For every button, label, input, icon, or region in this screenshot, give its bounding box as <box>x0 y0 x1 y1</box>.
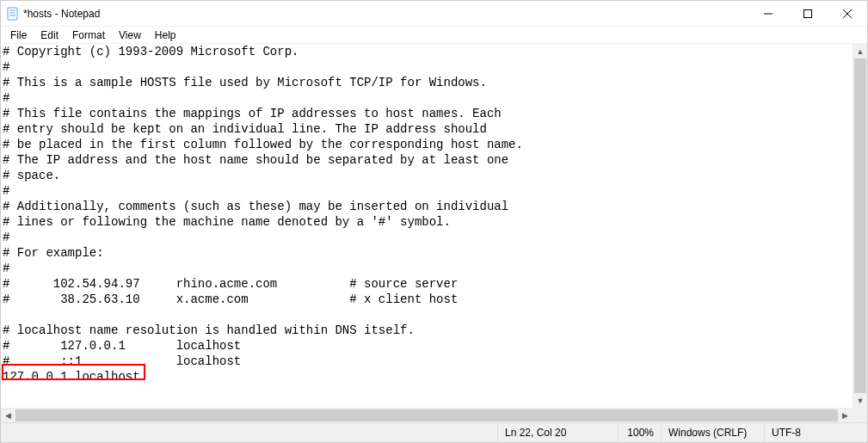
svg-rect-0 <box>8 8 17 20</box>
menu-help[interactable]: Help <box>149 28 182 43</box>
menubar: File Edit Format View Help <box>1 27 867 44</box>
status-position: Ln 22, Col 20 <box>497 423 618 442</box>
window-controls <box>748 1 867 26</box>
window-title: *hosts - Notepad <box>23 8 100 20</box>
svg-rect-5 <box>804 9 812 17</box>
notepad-window: *hosts - Notepad File Edit Format View H… <box>0 0 868 443</box>
vertical-scrollbar[interactable]: ▲ ▼ <box>853 44 867 408</box>
vscroll-track[interactable] <box>853 58 867 393</box>
scroll-left-icon[interactable]: ◀ <box>1 409 15 422</box>
minimize-button[interactable] <box>748 1 788 26</box>
close-button[interactable] <box>828 1 867 26</box>
titlebar: *hosts - Notepad <box>1 1 867 27</box>
notepad-icon <box>6 7 20 21</box>
menu-file[interactable]: File <box>4 28 33 43</box>
text-editor[interactable]: # Copyright (c) 1993-2009 Microsoft Corp… <box>1 44 853 408</box>
statusbar: Ln 22, Col 20 100% Windows (CRLF) UTF-8 <box>1 422 867 442</box>
scroll-down-icon[interactable]: ▼ <box>853 393 867 408</box>
status-encoding: UTF-8 <box>764 423 867 442</box>
status-spacer <box>1 423 497 442</box>
scroll-right-icon[interactable]: ▶ <box>838 409 853 422</box>
menu-edit[interactable]: Edit <box>34 28 65 43</box>
vscroll-thumb[interactable] <box>854 58 866 393</box>
maximize-button[interactable] <box>788 1 828 26</box>
status-line-ending: Windows (CRLF) <box>661 423 764 442</box>
horizontal-scrollbar[interactable]: ◀ ▶ <box>1 408 867 422</box>
content-area: # Copyright (c) 1993-2009 Microsoft Corp… <box>1 44 867 408</box>
menu-format[interactable]: Format <box>66 28 111 43</box>
status-zoom: 100% <box>618 423 661 442</box>
scroll-up-icon[interactable]: ▲ <box>853 44 867 58</box>
menu-view[interactable]: View <box>113 28 147 43</box>
titlebar-left: *hosts - Notepad <box>1 7 748 21</box>
hscroll-thumb[interactable] <box>15 409 838 421</box>
scroll-corner <box>853 409 867 422</box>
hscroll-track[interactable] <box>15 409 838 422</box>
